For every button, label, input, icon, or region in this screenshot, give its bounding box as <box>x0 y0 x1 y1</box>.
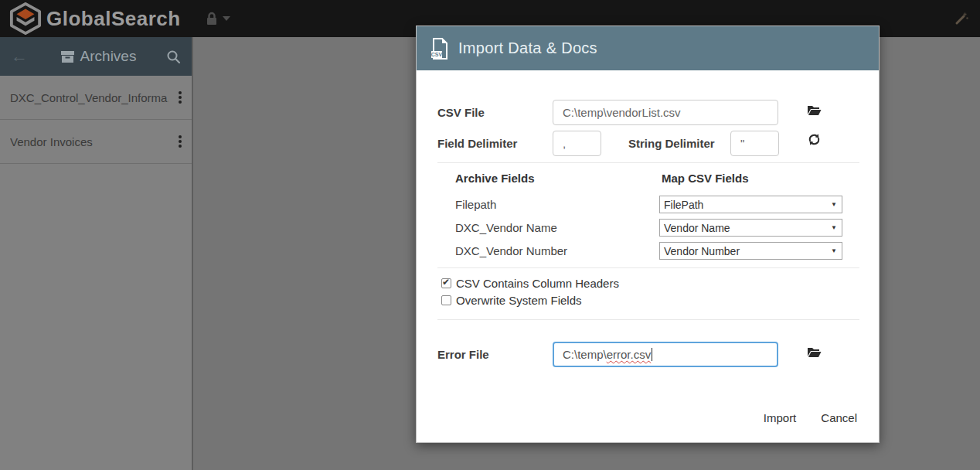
map-field-select-vendor-name[interactable]: Vendor Name <box>659 219 842 237</box>
text-cursor <box>652 348 652 361</box>
archive-fields-header: Archive Fields <box>455 172 535 185</box>
app-logo: GlobalSearch <box>9 2 181 35</box>
sidebar-item-label: DXC_Control_Vendor_Informa... <box>10 91 168 104</box>
csv-file-label: CSV File <box>437 106 485 119</box>
select-caret-icon <box>831 224 842 231</box>
kebab-menu-icon[interactable] <box>168 131 192 152</box>
sidebar-item-dxc-control-vendor-information[interactable]: DXC_Control_Vendor_Informa... <box>0 76 192 120</box>
map-field-select-filepath[interactable]: FilePath <box>659 196 842 213</box>
app-name: GlobalSearch <box>46 7 181 31</box>
lock-icon <box>204 11 219 26</box>
search-icon[interactable] <box>166 49 181 64</box>
sidebar-item-vendor-invoices[interactable]: Vendor Invoices <box>0 120 192 164</box>
kebab-menu-icon[interactable] <box>168 87 192 108</box>
sidebar: Archives DXC_Control_Vendor_Informa... V… <box>0 37 193 470</box>
field-delimiter-input[interactable] <box>553 131 601 156</box>
csv-contains-headers-checkbox[interactable] <box>441 278 451 288</box>
archive-field-vendor-number: DXC_Vendor Number <box>455 244 567 257</box>
open-folder-icon <box>807 104 822 116</box>
svg-text:CSV: CSV <box>431 52 443 57</box>
dialog-header: CSV Import Data & Docs <box>417 26 879 70</box>
import-button[interactable]: Import <box>764 411 797 424</box>
error-file-browse-button[interactable] <box>807 346 822 360</box>
select-caret-icon <box>831 201 842 208</box>
dialog-actions: Import Cancel <box>764 411 857 424</box>
error-file-input[interactable]: C:\temp\ error.csv <box>553 342 778 367</box>
field-delimiter-label: Field Delimiter <box>437 137 517 150</box>
sidebar-item-label: Vendor Invoices <box>10 135 168 148</box>
overwrite-system-fields-label: Overwrite System Fields <box>456 294 582 307</box>
sidebar-title: Archives <box>80 48 137 65</box>
sidebar-header: Archives <box>0 37 192 76</box>
string-delimiter-label: String Delimiter <box>628 137 715 150</box>
magic-wand-button[interactable] <box>954 11 969 29</box>
error-file-label: Error File <box>437 348 489 361</box>
csv-file-icon: CSV <box>430 38 449 60</box>
lock-menu[interactable] <box>204 11 230 26</box>
select-caret-icon <box>831 247 842 254</box>
refresh-icon <box>808 133 821 146</box>
open-folder-icon <box>807 346 822 358</box>
refresh-fields-button[interactable] <box>808 133 821 148</box>
overwrite-system-fields-checkbox[interactable] <box>441 295 451 305</box>
archive-field-filepath: Filepath <box>455 198 496 211</box>
import-data-docs-dialog: CSV Import Data & Docs CSV File Field De… <box>416 26 880 443</box>
magic-wand-icon <box>954 11 969 26</box>
divider <box>437 319 859 320</box>
map-field-select-vendor-number[interactable]: Vendor Number <box>659 242 842 260</box>
dialog-body: CSV File Field Delimiter String Delimite… <box>417 70 879 442</box>
dialog-title: Import Data & Docs <box>458 39 597 57</box>
csv-file-input[interactable] <box>553 100 778 125</box>
divider <box>437 162 859 163</box>
error-file-path-text: C:\temp\ <box>563 348 607 361</box>
globalsearch-logo-icon <box>9 2 42 35</box>
map-csv-fields-header: Map CSV Fields <box>662 172 749 185</box>
divider <box>437 267 859 268</box>
cancel-button[interactable]: Cancel <box>821 411 857 424</box>
csv-file-browse-button[interactable] <box>807 104 822 118</box>
error-file-name-text: error.csv <box>607 348 652 361</box>
back-arrow-icon[interactable] <box>11 48 31 65</box>
string-delimiter-input[interactable] <box>730 131 779 156</box>
chevron-down-icon <box>223 16 230 21</box>
archive-field-vendor-name: DXC_Vendor Name <box>455 221 557 234</box>
archive-box-icon <box>61 51 74 63</box>
csv-contains-headers-label: CSV Contains Column Headers <box>456 277 619 290</box>
